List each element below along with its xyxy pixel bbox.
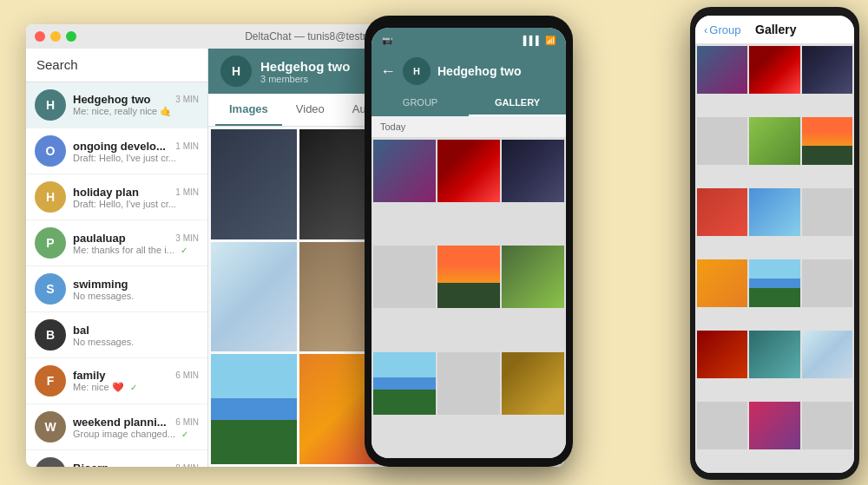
- chat-preview: Me: nice ❤️ ✓: [73, 382, 199, 393]
- gallery-cell[interactable]: [802, 259, 852, 307]
- chat-list: H Hedgehog two 3 MIN Me: nice, really ni…: [26, 82, 207, 467]
- chat-item[interactable]: F family 6 MIN Me: nice ❤️ ✓: [26, 358, 207, 404]
- close-button[interactable]: [35, 31, 45, 42]
- tab-images[interactable]: Images: [215, 94, 282, 126]
- chat-item[interactable]: B bal No messages.: [26, 312, 207, 358]
- gallery-cell[interactable]: [373, 246, 436, 308]
- chat-info: ongoing develo... 1 MIN Draft: Hello, I'…: [73, 140, 199, 163]
- chat-name: Hedgehog two: [73, 93, 151, 106]
- chat-item[interactable]: H holiday plan 1 MIN Draft: Hello, I've …: [26, 174, 207, 220]
- tab-video[interactable]: Video: [282, 94, 339, 126]
- gallery-cell[interactable]: [802, 188, 852, 236]
- traffic-lights: [35, 31, 76, 42]
- gallery-cell[interactable]: [437, 140, 500, 202]
- phone1-screen: 📷 ▌▌▌ 📶 ← H Hedgehog two GROUP GALLERY T…: [372, 28, 566, 458]
- search-label: Search: [36, 57, 78, 72]
- gallery-cell[interactable]: [211, 129, 297, 239]
- phone1-avatar: H: [403, 57, 431, 85]
- gallery-cell[interactable]: [802, 117, 852, 165]
- chat-info: bal No messages.: [73, 324, 199, 347]
- chat-item[interactable]: O ongoing develo... 1 MIN Draft: Hello, …: [26, 128, 207, 174]
- phone1: 📷 ▌▌▌ 📶 ← H Hedgehog two GROUP GALLERY T…: [365, 16, 573, 467]
- maximize-button[interactable]: [66, 31, 76, 42]
- chat-preview: No messages.: [73, 337, 199, 347]
- chat-info: paulaluap 3 MIN Me: thanks for all the i…: [73, 232, 199, 255]
- chat-item[interactable]: W weekend planni... 6 MIN Group image ch…: [26, 404, 207, 450]
- gallery-cell[interactable]: [373, 140, 436, 202]
- status-icons: 📷: [382, 36, 392, 45]
- chat-preview: Draft: Hello, I've just cr...: [73, 199, 199, 209]
- gallery-cell[interactable]: [211, 354, 297, 464]
- today-label: Today: [380, 121, 405, 132]
- chat-item[interactable]: B Bjoern 8 MIN what did you do with th..…: [26, 450, 207, 467]
- phone2-header: ‹ Group Gallery: [695, 16, 854, 44]
- avatar: H: [35, 89, 66, 121]
- gallery-cell[interactable]: [437, 352, 500, 415]
- avatar: O: [35, 135, 66, 167]
- tab-gallery[interactable]: GALLERY: [469, 90, 566, 116]
- gallery-cell[interactable]: [437, 246, 500, 308]
- phone1-gallery-grid: [372, 138, 566, 458]
- gallery-cell[interactable]: [802, 46, 852, 94]
- back-button[interactable]: ‹ Group: [704, 23, 740, 36]
- gallery-cell[interactable]: [749, 117, 799, 165]
- system-icons: ▌▌▌ 📶: [523, 36, 556, 45]
- gallery-cell[interactable]: [749, 188, 799, 236]
- chat-preview: Group image changed... ✓: [73, 429, 199, 439]
- gallery-cell[interactable]: [502, 140, 564, 202]
- chat-time: 3 MIN: [175, 233, 199, 243]
- wifi-icon: 📶: [545, 36, 556, 45]
- chat-time: 1 MIN: [175, 141, 199, 151]
- camera-icon: 📷: [382, 36, 392, 45]
- chat-time: 8 MIN: [175, 463, 199, 468]
- gallery-cell[interactable]: [502, 246, 564, 308]
- gallery-cell[interactable]: [697, 331, 747, 378]
- gallery-cell[interactable]: [697, 259, 747, 307]
- chat-info: holiday plan 1 MIN Draft: Hello, I've ju…: [73, 186, 199, 209]
- chat-preview: Draft: Hello, I've just cr...: [73, 153, 199, 163]
- back-label: Group: [709, 23, 740, 36]
- chat-name: bal: [73, 324, 89, 337]
- gallery-cell[interactable]: [502, 352, 564, 415]
- chat-preview: Me: nice, really nice 🤙: [73, 106, 199, 117]
- chat-time: 6 MIN: [175, 417, 199, 427]
- minimize-button[interactable]: [50, 31, 61, 42]
- gallery-cell[interactable]: [697, 402, 747, 449]
- chat-time: 1 MIN: [175, 187, 199, 197]
- chat-name: family: [73, 369, 106, 382]
- gallery-cell[interactable]: [697, 46, 747, 94]
- gallery-cell[interactable]: [697, 117, 747, 165]
- gallery-cell[interactable]: [749, 402, 799, 449]
- chat-info: swimming No messages.: [73, 278, 199, 301]
- back-button[interactable]: ←: [380, 62, 396, 81]
- avatar: H: [35, 181, 66, 213]
- chat-time: 6 MIN: [175, 370, 199, 380]
- avatar: P: [35, 227, 66, 259]
- chat-info: family 6 MIN Me: nice ❤️ ✓: [73, 369, 199, 393]
- gallery-section-header: Today: [372, 116, 566, 138]
- chat-info: Bjoern 8 MIN what did you do with th...: [73, 462, 199, 468]
- chat-item[interactable]: P paulaluap 3 MIN Me: thanks for all the…: [26, 220, 207, 266]
- chat-item[interactable]: S swimming No messages.: [26, 266, 207, 312]
- gallery-cell[interactable]: [749, 259, 799, 307]
- chat-name: ongoing develo...: [73, 140, 166, 153]
- avatar: B: [35, 457, 66, 467]
- avatar: S: [35, 273, 66, 305]
- tab-group[interactable]: GROUP: [372, 90, 469, 116]
- chat-name: Bjoern: [73, 462, 108, 468]
- gallery-cell[interactable]: [749, 46, 799, 94]
- gallery-cell[interactable]: [802, 402, 852, 449]
- sidebar: Search H Hedgehog two 3 MIN Me: nice, re…: [26, 49, 208, 467]
- phone1-chat-name: Hedgehog two: [437, 64, 521, 78]
- gallery-cell[interactable]: [697, 188, 747, 236]
- phone1-chat-header: ← H Hedgehog two: [372, 52, 566, 90]
- gallery-cell[interactable]: [211, 242, 297, 352]
- phone1-status-bar: 📷 ▌▌▌ 📶: [372, 28, 566, 52]
- gallery-cell[interactable]: [373, 352, 436, 415]
- gallery-cell[interactable]: [802, 331, 852, 378]
- chat-item[interactable]: H Hedgehog two 3 MIN Me: nice, really ni…: [26, 82, 207, 128]
- chat-info: weekend planni... 6 MIN Group image chan…: [73, 416, 199, 439]
- gallery-cell[interactable]: [749, 331, 799, 378]
- sidebar-search-area: Search: [26, 49, 207, 82]
- header-avatar: H: [220, 56, 252, 87]
